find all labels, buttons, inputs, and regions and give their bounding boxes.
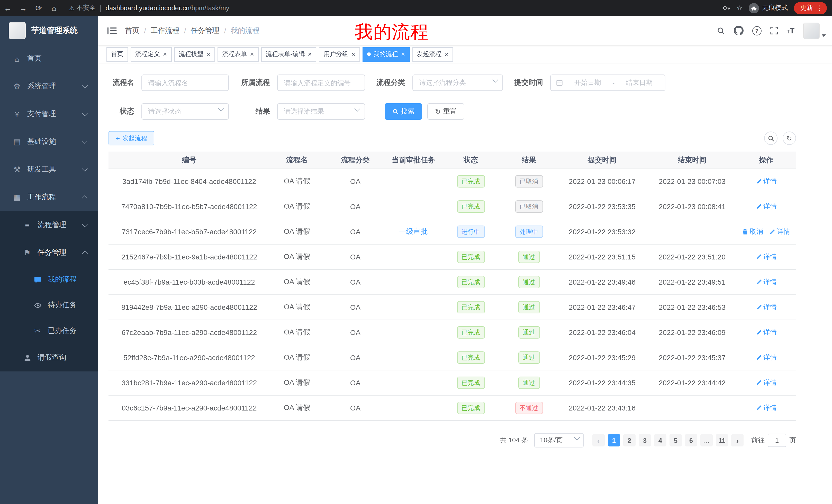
table-row: ec45f38f-7b9a-11ec-b03b-acde48001122OA 请… xyxy=(108,270,796,295)
page-button-1[interactable]: 1 xyxy=(608,434,620,446)
refresh-button[interactable]: ↻ xyxy=(783,132,796,145)
close-icon[interactable]: × xyxy=(163,51,167,58)
back-icon[interactable]: ← xyxy=(0,4,16,12)
sidebar-item-支付管理[interactable]: ¥支付管理 xyxy=(0,100,98,128)
close-icon[interactable]: × xyxy=(401,51,405,58)
cancel-link[interactable]: 取消 xyxy=(742,227,763,236)
detail-link[interactable]: 详情 xyxy=(769,227,790,236)
detail-link[interactable]: 详情 xyxy=(756,303,777,312)
create-process-button[interactable]: + 发起流程 xyxy=(108,131,154,145)
tab-发起流程[interactable]: 发起流程× xyxy=(412,47,453,61)
process-name-input[interactable] xyxy=(141,75,229,91)
user-menu[interactable] xyxy=(803,22,826,39)
help-icon[interactable]: ? xyxy=(752,26,761,35)
column-header: 结果 xyxy=(501,151,556,169)
close-icon[interactable]: × xyxy=(206,51,210,58)
cell-current-task xyxy=(387,370,440,395)
search-toggle-button[interactable] xyxy=(764,132,778,145)
page-button-6[interactable]: 6 xyxy=(685,434,697,446)
close-icon[interactable]: × xyxy=(308,51,312,58)
prev-page-button[interactable]: ‹ xyxy=(592,434,605,446)
sidebar-item-已办任务[interactable]: ✂已办任务 xyxy=(0,318,98,344)
sidebar-item-基础设施[interactable]: ▤基础设施 xyxy=(0,128,98,156)
detail-link[interactable]: 详情 xyxy=(756,277,777,287)
sidebar-item-我的流程[interactable]: 我的流程 xyxy=(0,267,98,292)
tab-我的流程[interactable]: 我的流程× xyxy=(363,47,410,61)
tab-流程模型[interactable]: 流程模型× xyxy=(174,47,215,61)
cell-id: 3ad174fb-7b9d-11ec-8404-acde48001122 xyxy=(108,169,270,194)
cell-name: OA 请假 xyxy=(270,270,324,295)
sidebar-logo[interactable]: 芋道管理系统 xyxy=(0,16,98,45)
page-button-2[interactable]: 2 xyxy=(623,434,635,446)
close-icon[interactable]: × xyxy=(250,51,254,58)
breadcrumb-item[interactable]: 任务管理 xyxy=(191,26,219,35)
submit-time-range-picker[interactable]: 开始日期 - 结束日期 xyxy=(550,75,666,91)
detail-link[interactable]: 详情 xyxy=(756,328,777,337)
fullscreen-icon[interactable] xyxy=(770,27,778,34)
goto-page-input[interactable] xyxy=(768,433,786,447)
key-icon[interactable] xyxy=(723,4,730,12)
result-select[interactable]: 请选择流结果 xyxy=(277,103,365,120)
search-button[interactable]: 搜索 xyxy=(385,103,422,120)
detail-link[interactable]: 详情 xyxy=(756,202,777,211)
sidebar-item-工作流程[interactable]: ▦工作流程 xyxy=(0,184,98,211)
process-definition-input[interactable] xyxy=(277,75,365,91)
tab-流程表单-编辑[interactable]: 流程表单-编辑× xyxy=(261,47,316,61)
font-size-icon[interactable]: TT xyxy=(786,26,795,35)
reload-icon[interactable]: ⟳ xyxy=(31,3,46,12)
next-page-button[interactable]: › xyxy=(731,434,744,446)
edit-icon xyxy=(756,178,762,185)
tab-首页[interactable]: 首页 xyxy=(106,47,128,61)
cell-end-time: 2022-01-22 23:49:51 xyxy=(648,270,736,295)
page-button-3[interactable]: 3 xyxy=(639,434,651,446)
close-icon[interactable]: × xyxy=(445,51,448,58)
status-select[interactable]: 请选择状态 xyxy=(141,103,229,120)
sidebar-item-研发工具[interactable]: ⚒研发工具 xyxy=(0,156,98,184)
sidebar-item-流程管理[interactable]: ≡流程管理 xyxy=(0,211,98,239)
sidebar-item-待办任务[interactable]: 待办任务 xyxy=(0,292,98,318)
cell-category: OA xyxy=(324,244,387,270)
forward-icon[interactable]: → xyxy=(16,4,31,12)
page-more-button[interactable]: … xyxy=(700,434,713,446)
filter-form: 流程名 所属流程 流程分类 请选择流程分类 xyxy=(108,75,796,120)
sidebar-collapse-icon[interactable] xyxy=(107,26,117,35)
detail-link[interactable]: 详情 xyxy=(756,177,777,186)
page-button-11[interactable]: 11 xyxy=(716,434,728,446)
home-icon[interactable]: ⌂ xyxy=(46,4,62,12)
update-button[interactable]: 更新 ⋮ xyxy=(794,2,827,14)
tab-流程定义[interactable]: 流程定义× xyxy=(131,47,172,61)
detail-link[interactable]: 详情 xyxy=(756,353,777,362)
detail-link[interactable]: 详情 xyxy=(756,403,777,413)
bookmark-star-icon[interactable]: ☆ xyxy=(737,4,743,12)
page-button-4[interactable]: 4 xyxy=(654,434,667,446)
github-icon[interactable] xyxy=(733,26,743,35)
result-tag: 已取消 xyxy=(515,175,543,188)
chevron-up-icon xyxy=(82,195,88,201)
sidebar-item-请假查询[interactable]: 请假查询 xyxy=(0,344,98,371)
task-link[interactable]: 一级审批 xyxy=(399,227,428,235)
reset-button[interactable]: ↻ 重置 xyxy=(427,103,464,120)
page-size-select[interactable]: 10条/页 xyxy=(534,433,583,447)
content: 流程名 所属流程 流程分类 请选择流程分类 xyxy=(98,63,832,504)
sidebar-menu: ⌂首页⚙系统管理¥支付管理▤基础设施⚒研发工具▦工作流程≡流程管理⚑任务管理我的… xyxy=(0,45,98,504)
close-icon[interactable]: × xyxy=(352,51,355,58)
tab-label: 流程表单-编辑 xyxy=(266,50,305,59)
sidebar-item-首页[interactable]: ⌂首页 xyxy=(0,45,98,73)
page-button-5[interactable]: 5 xyxy=(670,434,682,446)
breadcrumb-item[interactable]: 首页 xyxy=(125,26,139,35)
table-row: 03c6c157-7b9a-11ec-a290-acde48001122OA 请… xyxy=(108,395,796,421)
detail-link[interactable]: 详情 xyxy=(756,378,777,387)
tab-用户分组[interactable]: 用户分组× xyxy=(319,47,360,61)
devtools-icon: ⚒ xyxy=(11,165,23,174)
address-bar[interactable]: ⚠ 不安全 dashboard.yudao.iocoder.cn/bpm/tas… xyxy=(69,4,229,12)
detail-link[interactable]: 详情 xyxy=(756,252,777,261)
breadcrumb-item[interactable]: 工作流程 xyxy=(151,26,179,35)
cell-submit-time: 2022-01-22 23:53:32 xyxy=(556,219,648,244)
sidebar-item-任务管理[interactable]: ⚑任务管理 xyxy=(0,239,98,267)
category-select[interactable]: 请选择流程分类 xyxy=(412,75,503,91)
search-icon[interactable] xyxy=(717,26,725,35)
tab-流程表单[interactable]: 流程表单× xyxy=(217,47,258,61)
sidebar-item-系统管理[interactable]: ⚙系统管理 xyxy=(0,73,98,100)
status-label: 状态 xyxy=(108,107,134,116)
pagination: 共 104 条 10条/页 ‹ 123456…11 › 前往 页 xyxy=(108,433,796,447)
